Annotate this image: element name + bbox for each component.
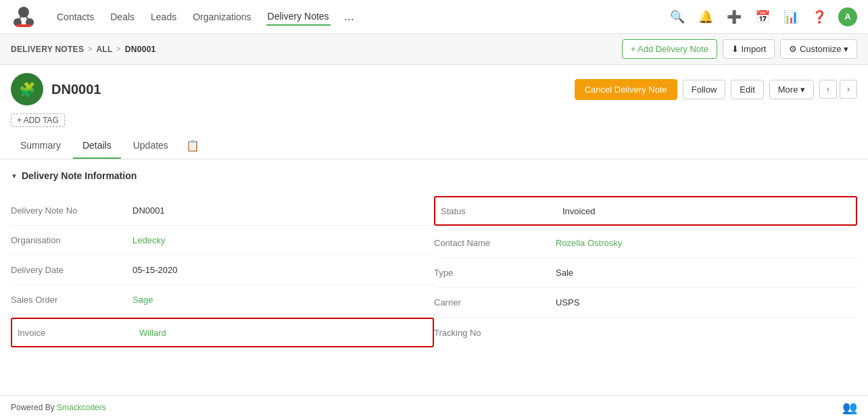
label-carrier: Carrier [434, 297, 556, 307]
search-button[interactable]: 🔍 [668, 7, 687, 26]
nav-more-icon[interactable]: ... [344, 9, 354, 24]
notifications-button[interactable]: 🔔 [696, 7, 715, 26]
breadcrumb-root[interactable]: DELIVERY NOTES [11, 45, 84, 54]
value-organisation[interactable]: Ledecky [132, 235, 434, 245]
nav-delivery-notes[interactable]: Delivery Notes [266, 8, 331, 26]
field-contact-name: Contact Name Rozella Ostrosky [434, 228, 857, 258]
tags-row: + ADD TAG [0, 111, 868, 132]
nav-icon-group: 🔍 🔔 ➕ 📅 📊 ❓ A [668, 7, 857, 26]
cancel-delivery-note-button[interactable]: Cancel Delivery Note [575, 79, 677, 100]
value-carrier: USPS [556, 297, 857, 307]
value-delivery-note-no: DN0001 [132, 205, 434, 216]
top-navigation: Contacts Deals Leads Organizations Deliv… [0, 0, 868, 34]
field-organisation: Organisation Ledecky [11, 226, 434, 255]
value-type: Sale [556, 268, 857, 278]
field-invoice: Invoice Willard [11, 318, 434, 347]
more-button[interactable]: More ▾ [769, 80, 814, 99]
nav-contacts[interactable]: Contacts [55, 9, 95, 25]
user-avatar[interactable]: A [838, 7, 857, 26]
breadcrumb-all[interactable]: All [96, 45, 112, 54]
field-status: Status Invoiced [434, 196, 857, 226]
help-button[interactable]: ❓ [810, 7, 829, 26]
section-title: Delivery Note Information [22, 170, 137, 181]
prev-record-button[interactable]: ‹ [819, 80, 837, 99]
form-col-right: Status Invoiced Contact Name Rozella Ost… [434, 196, 857, 347]
form-col-left: Delivery Note No DN0001 Organisation Led… [11, 196, 434, 347]
field-delivery-note-no: Delivery Note No DN0001 [11, 196, 434, 226]
field-carrier: Carrier USPS [434, 288, 857, 318]
content-area: ▼ Delivery Note Information Delivery Not… [0, 159, 868, 358]
value-status: Invoiced [562, 206, 850, 216]
nav-links: Contacts Deals Leads Organizations Deliv… [55, 8, 654, 26]
record-header: 🧩 DN0001 Cancel Delivery Note Follow Edi… [0, 65, 868, 111]
form-grid: Delivery Note No DN0001 Organisation Led… [11, 196, 857, 347]
label-tracking-no: Tracking No [434, 328, 556, 338]
breadcrumb-sep1: > [88, 45, 92, 53]
app-logo[interactable] [11, 4, 37, 30]
value-invoice[interactable]: Willard [139, 328, 427, 338]
field-type: Type Sale [434, 258, 857, 288]
section-header: ▼ Delivery Note Information [11, 170, 857, 185]
section-arrow-icon: ▼ [11, 172, 18, 180]
breadcrumb-actions: + Add Delivery Note ⬇ Import ⚙ Customize… [622, 39, 857, 59]
tab-updates[interactable]: Updates [124, 133, 178, 159]
breadcrumb-bar: DELIVERY NOTES > All > DN0001 + Add Deli… [0, 34, 868, 65]
nav-organizations[interactable]: Organizations [191, 9, 252, 25]
record-icon: 🧩 [11, 73, 43, 105]
add-tag-button[interactable]: + ADD TAG [11, 114, 65, 127]
tab-summary[interactable]: Summary [11, 133, 70, 159]
record-actions: Cancel Delivery Note Follow Edit More ▾ … [575, 79, 857, 100]
label-status: Status [441, 206, 562, 216]
nav-leads[interactable]: Leads [149, 9, 178, 25]
field-tracking-no: Tracking No [434, 318, 857, 347]
breadcrumb-current: DN0001 [125, 45, 156, 54]
follow-button[interactable]: Follow [683, 80, 726, 99]
reports-button[interactable]: 📊 [781, 7, 800, 26]
value-contact-name[interactable]: Rozella Ostrosky [556, 238, 857, 248]
breadcrumb: DELIVERY NOTES > All > DN0001 [11, 45, 156, 54]
svg-rect-5 [16, 24, 31, 27]
edit-button[interactable]: Edit [731, 80, 763, 99]
nav-deals[interactable]: Deals [109, 9, 136, 25]
add-button[interactable]: ➕ [725, 7, 744, 26]
customize-button[interactable]: ⚙ Customize ▾ [780, 39, 857, 59]
label-sales-order: Sales Order [11, 295, 132, 305]
label-contact-name: Contact Name [434, 238, 556, 248]
tab-notes-icon[interactable]: 📋 [180, 132, 205, 159]
tab-details[interactable]: Details [73, 133, 121, 159]
next-record-button[interactable]: › [840, 80, 857, 99]
tabs-bar: Summary Details Updates 📋 [0, 132, 868, 159]
label-invoice: Invoice [18, 328, 139, 338]
breadcrumb-sep2: > [117, 45, 121, 53]
label-type: Type [434, 268, 556, 278]
field-sales-order: Sales Order Sage [11, 285, 434, 315]
value-delivery-date: 05-15-2020 [132, 265, 434, 275]
record-nav-arrows: ‹ › [819, 80, 857, 99]
label-delivery-note-no: Delivery Note No [11, 205, 132, 216]
calendar-button[interactable]: 📅 [753, 7, 772, 26]
field-delivery-date: Delivery Date 05-15-2020 [11, 255, 434, 285]
add-delivery-note-button[interactable]: + Add Delivery Note [622, 39, 717, 59]
import-button[interactable]: ⬇ Import [723, 39, 775, 59]
value-sales-order[interactable]: Sage [132, 295, 434, 305]
record-title: DN0001 [51, 82, 101, 97]
label-delivery-date: Delivery Date [11, 265, 132, 275]
label-organisation: Organisation [11, 235, 132, 245]
record-title-row: 🧩 DN0001 [11, 73, 101, 105]
